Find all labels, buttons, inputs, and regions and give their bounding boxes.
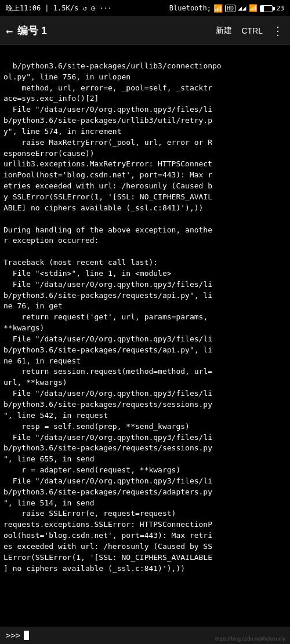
status-bar: 晚上11:06 | 1.5K/s ↺ ◷ ··· Bluetooth; 📶 HD… (0, 0, 290, 16)
network-speed-value: 1.5K/s (53, 4, 78, 12)
new-button[interactable]: 新建 (216, 26, 232, 36)
more-icon: ··· (99, 4, 112, 12)
bluetooth-icon: 📶 (213, 4, 223, 13)
bluetooth-icon: Bluetooth; (169, 4, 211, 12)
header-left: ← 编号 1 (6, 24, 47, 38)
ctrl-button[interactable]: CTRL (241, 26, 263, 35)
page-title: 编号 1 (17, 24, 47, 38)
battery-icon (260, 5, 273, 12)
output-text: b/python3.6/site-packages/urllib3/connec… (3, 61, 222, 573)
header-right: 新建 CTRL ⋮ (216, 24, 284, 38)
terminal-output: b/python3.6/site-packages/urllib3/connec… (0, 45, 290, 627)
wifi-icon: 📶 (249, 4, 258, 12)
prompt-line: >>> (6, 631, 29, 640)
battery-container: 23 (260, 4, 284, 12)
back-button[interactable]: ← (6, 24, 13, 38)
network-speed: | (45, 4, 53, 12)
time-display: 晚上11:06 (6, 4, 41, 12)
cursor (24, 631, 29, 640)
status-time-network: 晚上11:06 | 1.5K/s ↺ ◷ ··· (6, 3, 112, 13)
more-options-button[interactable]: ⋮ (272, 24, 284, 38)
prompt-symbol: >>> (6, 631, 20, 640)
watermark: https://blog.csdn.net/helosunly (215, 636, 285, 642)
battery-level: 23 (277, 5, 284, 12)
sync-off-icon: ↺ (82, 4, 86, 12)
app-header: ← 编号 1 新建 CTRL ⋮ (0, 16, 290, 45)
bottom-bar: >>> https://blog.csdn.net/helosunly (0, 627, 290, 644)
alarm-icon: ◷ (91, 4, 95, 12)
signal-icon: ◢◢ (238, 4, 246, 12)
hd-badge: HD (225, 5, 235, 12)
status-right-icons: Bluetooth; 📶 HD ◢◢ 📶 23 (169, 4, 284, 13)
